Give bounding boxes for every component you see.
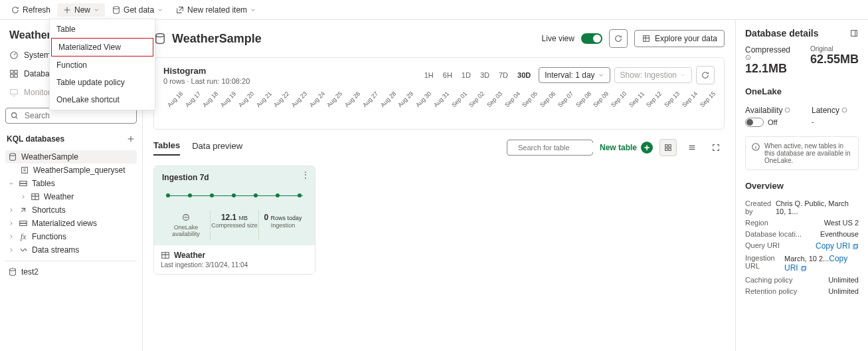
- overview-list: Created byChris Q. Public, March 10, 1..…: [745, 196, 859, 295]
- info-icon: [745, 55, 751, 60]
- plus-icon[interactable]: [126, 134, 135, 144]
- refresh-button[interactable]: [609, 29, 628, 48]
- view-icon: [19, 219, 28, 228]
- chevron-right-icon: [8, 207, 15, 213]
- tree-label: WeatherSample_queryset: [33, 166, 126, 175]
- range-1H[interactable]: 1H: [420, 68, 438, 82]
- range-1D[interactable]: 1D: [458, 68, 475, 82]
- tree-weather-row[interactable]: Weather: [5, 190, 137, 203]
- tab-tables[interactable]: Tables: [153, 140, 180, 156]
- tree-queryset[interactable]: WeatherSample_queryset: [5, 164, 137, 177]
- plus-circle-icon: +: [641, 142, 653, 154]
- tree-streams-group[interactable]: Data streams: [5, 243, 137, 257]
- date-tick: Sep 15: [699, 94, 713, 108]
- overview-row: Ingestion URLMarch, 10 2...Copy URI: [745, 254, 859, 273]
- interval-select[interactable]: Interval: 1 day: [539, 67, 610, 83]
- overview-heading: Overview: [745, 181, 859, 191]
- chevron-down-icon: [598, 72, 604, 78]
- table-icon: [161, 251, 170, 260]
- date-tick: Aug 23: [290, 94, 304, 108]
- folder-icon: [19, 179, 28, 188]
- tree-database[interactable]: WeatherSample: [5, 150, 137, 164]
- tab-data-preview[interactable]: Data preview: [192, 141, 242, 155]
- refresh-icon: [701, 70, 710, 80]
- info-icon: [784, 107, 790, 113]
- copy-icon[interactable]: [800, 265, 807, 273]
- live-view-label: Live view: [542, 34, 574, 43]
- table-search[interactable]: [507, 140, 593, 156]
- svg-rect-4: [11, 74, 13, 77]
- view-list-button[interactable]: [683, 139, 701, 156]
- tree-functions-group[interactable]: fx Functions: [5, 230, 137, 243]
- svg-rect-2: [11, 70, 13, 73]
- range-30D[interactable]: 30D: [513, 68, 535, 82]
- tree-matviews-group[interactable]: Materialized views: [5, 217, 137, 230]
- tree-shortcuts-group[interactable]: Shortcuts: [5, 203, 137, 217]
- explore-data-button[interactable]: Explore your data: [634, 30, 725, 47]
- tree-test2[interactable]: test2: [5, 265, 137, 279]
- date-tick: Sep 14: [681, 94, 695, 108]
- refresh-icon: [11, 5, 20, 15]
- date-tick: Aug 26: [343, 94, 357, 108]
- svg-rect-32: [801, 267, 805, 271]
- date-tick: Aug 21: [255, 94, 269, 108]
- range-6H[interactable]: 6H: [439, 68, 456, 82]
- stream-icon: [19, 245, 28, 255]
- refresh-icon: [614, 34, 623, 43]
- overview-row: Query URICopy URI: [745, 241, 859, 251]
- new-table-button[interactable]: New table +: [600, 142, 653, 154]
- main-header: WeatherSample Live view Explore your dat…: [153, 29, 725, 48]
- date-tick: Sep 04: [503, 94, 517, 108]
- off-label: Off: [768, 118, 777, 126]
- refresh-button[interactable]: Refresh: [5, 3, 56, 17]
- card-menu-button[interactable]: ⋮: [302, 170, 309, 179]
- database-tree: WeatherSample WeatherSample_queryset Tab…: [5, 150, 137, 279]
- chevron-down-icon: [93, 7, 100, 13]
- copy-icon[interactable]: [851, 243, 859, 251]
- new-dropdown: Table Materialized View Function Table u…: [49, 19, 155, 110]
- search-input[interactable]: [23, 110, 132, 121]
- date-tick: Aug 24: [308, 94, 322, 108]
- menu-table[interactable]: Table: [50, 21, 155, 38]
- details-panel: Database details Compressed 12.1MB Origi…: [735, 20, 868, 351]
- toolbar: Refresh New Get data New related item: [0, 0, 868, 20]
- get-data-label: Get data: [124, 5, 154, 15]
- table-search-input[interactable]: [517, 143, 611, 152]
- stat-availability: OneLake availability: [162, 210, 210, 240]
- chevron-right-icon: [20, 193, 27, 200]
- get-data-button[interactable]: Get data: [106, 3, 169, 17]
- view-grid-button[interactable]: [659, 139, 677, 156]
- live-view-toggle[interactable]: [581, 33, 602, 44]
- collapse-icon[interactable]: [849, 29, 859, 38]
- show-label: Show: Ingestion: [620, 70, 677, 80]
- stat-label: Compressed size: [211, 222, 258, 229]
- show-select[interactable]: Show: Ingestion: [614, 67, 692, 83]
- date-tick: Sep 01: [450, 94, 464, 108]
- chevron-right-icon: [8, 220, 15, 227]
- chevron-down-icon: [679, 72, 686, 78]
- tree-tables-group[interactable]: Tables: [5, 177, 137, 190]
- interval-label: Interval: 1 day: [545, 70, 594, 80]
- menu-materialized-view[interactable]: Materialized View: [51, 38, 153, 57]
- menu-table-update-policy[interactable]: Table update policy: [50, 74, 155, 91]
- new-button[interactable]: New: [57, 3, 105, 17]
- chevron-down-icon: [157, 7, 163, 13]
- svg-point-28: [842, 108, 847, 112]
- tree-label: Weather: [44, 192, 74, 201]
- new-related-button[interactable]: New related item: [170, 3, 262, 17]
- overview-row: Database locati...Eventhouse: [745, 230, 859, 238]
- date-tick: Sep 05: [521, 94, 535, 108]
- overview-row: Retention policyUnlimited: [745, 287, 859, 295]
- svg-rect-14: [20, 223, 27, 226]
- availability-toggle[interactable]: [745, 118, 764, 127]
- range-7D[interactable]: 7D: [495, 68, 512, 82]
- minus-circle-icon: [181, 213, 191, 222]
- svg-rect-6: [11, 90, 18, 94]
- menu-onelake-shortcut[interactable]: OneLake shortcut: [50, 91, 155, 108]
- menu-function[interactable]: Function: [50, 57, 155, 74]
- range-3D[interactable]: 3D: [476, 68, 493, 82]
- ingestion-card[interactable]: ⋮ Ingestion 7d: [153, 166, 315, 275]
- expand-button[interactable]: [707, 139, 725, 156]
- hist-refresh-button[interactable]: [696, 66, 715, 84]
- original-size: Original 62.55MB: [810, 45, 859, 76]
